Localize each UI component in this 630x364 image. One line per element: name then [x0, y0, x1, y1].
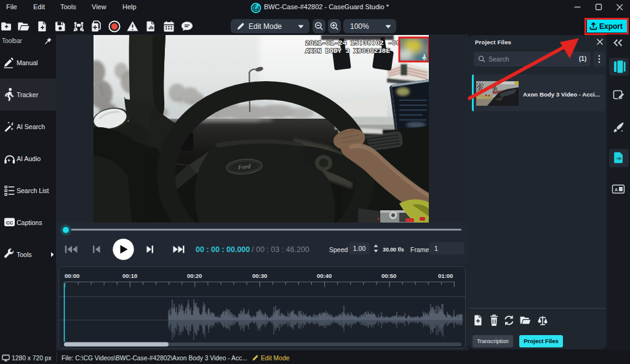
svg-text:CC: CC	[6, 220, 14, 226]
svg-text:A: A	[615, 188, 618, 192]
svg-text:AXON BODY 3 X6030238E: AXON BODY 3 X6030238E	[305, 47, 390, 55]
svg-text:Ford: Ford	[237, 163, 251, 171]
svg-text:2021-01-24 15:38:02 -0600: 2021-01-24 15:38:02 -0600	[305, 39, 409, 47]
